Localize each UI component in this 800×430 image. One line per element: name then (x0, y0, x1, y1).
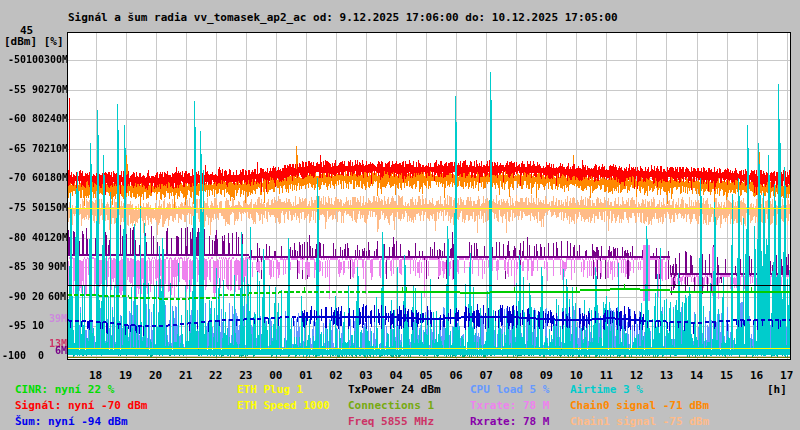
ylab-m: 270M (44, 84, 66, 96)
ylab-m: 90M (44, 261, 66, 273)
y-axis-row: -7060180M (0, 172, 66, 184)
y-axis-row: -6080240M (0, 113, 66, 125)
radio-monitor-graph: Signál a šum radia vv_tomasek_ap2_ac od:… (0, 0, 800, 430)
y-axis-rate-label: 6M (30, 345, 67, 356)
x-axis-tick-label: 02 (321, 370, 351, 382)
legend-rxrate: Rxrate: 78 M (470, 415, 549, 428)
x-axis-tick-label: 21 (171, 370, 201, 382)
chart-canvas (68, 33, 790, 359)
y-axis-row: -6570210M (0, 143, 66, 155)
chart-title: Signál a šum radia vv_tomasek_ap2_ac od:… (68, 11, 618, 24)
x-axis-tick-label: 08 (501, 370, 531, 382)
plot-area (67, 32, 791, 360)
x-axis-tick-label: 19 (111, 370, 141, 382)
ylab-m: 180M (44, 172, 66, 184)
ylab-dbm: -55 (0, 84, 26, 96)
legend-txpower: TxPower 24 dBm (348, 383, 441, 396)
x-axis-tick-label: 09 (531, 370, 561, 382)
y-axis-row: -7550150M (0, 202, 66, 214)
y-axis-row: -8040120M (0, 232, 66, 244)
x-axis-tick-label: 07 (471, 370, 501, 382)
ylab-dbm: -80 (0, 232, 26, 244)
ylab-dbm: -70 (0, 172, 26, 184)
ylab-pct: 90 (26, 84, 44, 96)
x-axis-tick-label: 00 (261, 370, 291, 382)
ylab-dbm: -85 (0, 261, 26, 273)
x-axis-tick-label: 01 (291, 370, 321, 382)
legend-connections: Connections 1 (348, 399, 434, 412)
ylab-m: 300M (44, 54, 66, 66)
y-axis-row: -50100300M (0, 54, 66, 66)
ylab-pct: 30 (26, 261, 44, 273)
ylab-pct: 20 (26, 291, 44, 303)
ylab-dbm: -100 (0, 350, 26, 362)
legend-freq: Freq 5855 MHz (348, 415, 434, 428)
y-axis-row: -853090M (0, 261, 66, 273)
ylab-pct: 50 (26, 202, 44, 214)
legend-sum: Šum: nyní -94 dBm (15, 415, 128, 428)
ylab-pct: 100 (26, 54, 44, 66)
x-axis-tick-label: 18 (81, 370, 111, 382)
ylab-m: 150M (44, 202, 66, 214)
x-axis-tick-label: 04 (381, 370, 411, 382)
ylab-pct: 40 (26, 232, 44, 244)
x-axis-tick-label: 22 (201, 370, 231, 382)
legend-chain0: Chain0 signal -71 dBm (570, 399, 709, 412)
legend-cpu-load: CPU load 5 % (470, 383, 549, 396)
x-axis-tick-label: 05 (411, 370, 441, 382)
legend-eth-plug: ETH Plug 1 (237, 383, 303, 396)
ylab-dbm: -75 (0, 202, 26, 214)
legend-chain1: Chain1 signal -75 dBm (570, 415, 709, 428)
x-axis-unit-label: [h] (767, 383, 787, 396)
ylab-pct: 70 (26, 143, 44, 155)
x-axis-tick-label: 03 (351, 370, 381, 382)
x-axis-tick-label: 23 (231, 370, 261, 382)
legend-txrate: Txrate: 78 M (470, 399, 549, 412)
ylab-pct: 80 (26, 113, 44, 125)
x-axis-tick-label: 14 (682, 370, 712, 382)
ylab-dbm: -60 (0, 113, 26, 125)
ylab-dbm: -90 (0, 291, 26, 303)
x-axis-tick-label: 17 (772, 370, 800, 382)
legend-airtime: Airtime 3 % (570, 383, 643, 396)
ylab-dbm: -50 (0, 54, 26, 66)
x-axis-tick-label: 13 (651, 370, 681, 382)
y-axis-row: -5590270M (0, 84, 66, 96)
ylab-m: 210M (44, 143, 66, 155)
legend-cinr: CINR: nyní 22 % (15, 383, 114, 396)
x-axis-tick-label: 10 (561, 370, 591, 382)
ylab-pct: 60 (26, 172, 44, 184)
ylab-m: 60M (44, 291, 66, 303)
ylab-dbm: -65 (0, 143, 26, 155)
ylab-m: 120M (44, 232, 66, 244)
y-axis-units-label: [dBm] [%] (4, 35, 64, 48)
x-axis-tick-label: 11 (591, 370, 621, 382)
ylab-dbm: -95 (0, 320, 26, 332)
x-axis-tick-label: 20 (141, 370, 171, 382)
y-axis-rate-label: 39M (30, 313, 67, 324)
ylab-m: 240M (44, 113, 66, 125)
x-axis-tick-label: 16 (742, 370, 772, 382)
legend-signal: Signál: nyní -70 dBm (15, 399, 147, 412)
x-axis-tick-label: 15 (712, 370, 742, 382)
x-axis-tick-label: 12 (621, 370, 651, 382)
x-axis-tick-label: 06 (441, 370, 471, 382)
y-axis-row: -902060M (0, 291, 66, 303)
legend-eth-speed: ETH Speed 1000 (237, 399, 330, 412)
